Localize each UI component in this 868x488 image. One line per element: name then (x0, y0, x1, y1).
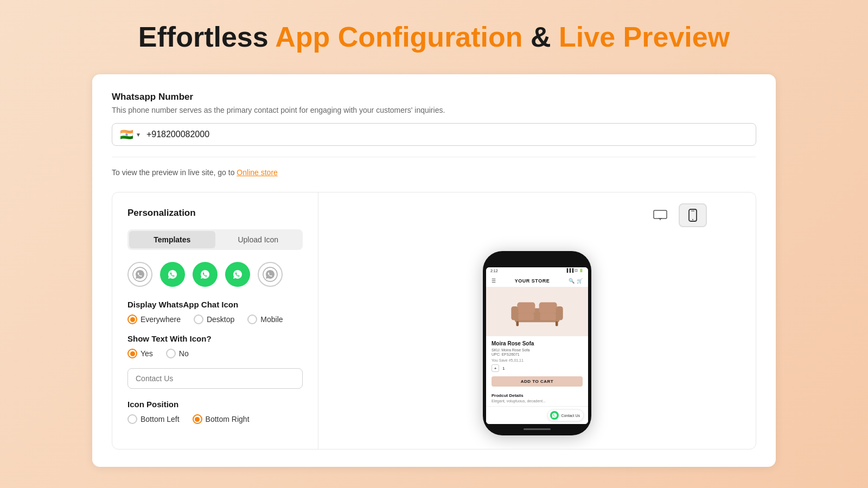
product-upc: UPC: EFS26071 (492, 352, 583, 356)
icon-options-row (127, 262, 303, 287)
phone-input-row: 🇮🇳 ▼ (112, 123, 756, 146)
personalization-panel: Personalization Templates Upload Icon (112, 192, 318, 449)
phone-mockup: 2:12 ▐▐▐ ⊡ 🔋 ☰ YOUR STORE 🔍 🛒 (483, 251, 591, 435)
qty-minus[interactable]: + (492, 364, 499, 372)
tab-upload[interactable]: Upload Icon (215, 231, 302, 248)
contact-us-input[interactable] (127, 368, 303, 389)
show-text-label: Show Text With Icon? (127, 334, 303, 343)
svg-point-9 (692, 219, 693, 220)
product-sku: SKU: Moira Rose Sofa (492, 348, 583, 352)
main-container: Whatsapp Number This phone number serves… (92, 74, 776, 467)
wa-chip-icon (550, 411, 559, 420)
flag-emoji: 🇮🇳 (120, 128, 133, 141)
phone-input[interactable] (146, 130, 748, 139)
product-image-area (486, 287, 588, 336)
radio-bottom-right-circle (193, 414, 202, 424)
svg-rect-17 (556, 306, 563, 320)
preview-note: To view the preview in live site, go to … (112, 157, 756, 177)
preview-panel: 2:12 ▐▐▐ ⊡ 🔋 ☰ YOUR STORE 🔍 🛒 (318, 192, 756, 449)
tab-templates[interactable]: Templates (129, 231, 215, 248)
svg-rect-13 (539, 303, 557, 313)
wa-icon-green-selected[interactable] (160, 262, 185, 287)
radio-desktop-circle (194, 314, 203, 324)
show-text-radio-row: Yes No (127, 349, 303, 358)
whatsapp-desc: This phone number serves as the primary … (112, 106, 756, 114)
phone-screen: 2:12 ▐▐▐ ⊡ 🔋 ☰ YOUR STORE 🔍 🛒 (486, 267, 588, 424)
radio-everywhere-circle (127, 314, 137, 324)
radio-mobile[interactable]: Mobile (247, 314, 283, 324)
svg-rect-12 (517, 303, 535, 313)
product-price: You Save #5,01,11 (492, 358, 583, 362)
radio-yes[interactable]: Yes (127, 349, 153, 358)
wa-icon-outline2[interactable] (258, 262, 283, 287)
radio-bottom-left-circle (127, 414, 137, 424)
wa-icon-outline[interactable] (127, 262, 152, 287)
sofa-svg (507, 293, 567, 331)
display-radio-row: Everywhere Desktop Mobile (127, 314, 303, 324)
wa-icon-variant3[interactable] (193, 262, 218, 287)
add-to-cart-btn[interactable]: ADD TO CART (492, 376, 583, 387)
position-radio-row: Bottom Left Bottom Right (127, 414, 303, 424)
phone-time: 2:12 (490, 269, 498, 273)
device-tabs (646, 203, 707, 227)
qty-row: + 1 (492, 364, 583, 372)
product-info: Moira Rose Sofa SKU: Moira Rose Sofa UPC… (486, 336, 588, 393)
store-header: ☰ YOUR STORE 🔍 🛒 (486, 275, 588, 287)
whatsapp-section: Whatsapp Number This phone number serves… (112, 92, 756, 177)
radio-desktop[interactable]: Desktop (194, 314, 234, 324)
whatsapp-title: Whatsapp Number (112, 92, 756, 102)
radio-bottom-left[interactable]: Bottom Left (127, 414, 180, 424)
phone-signal: ▐▐▐ ⊡ 🔋 (565, 268, 584, 273)
mobile-tab[interactable] (679, 203, 707, 227)
wa-float-bar: Contact Us (486, 406, 588, 424)
product-details-text: Elegant, voluptuous, decadent... (492, 399, 583, 403)
store-name: YOUR STORE (515, 278, 550, 284)
position-label: Icon Position (127, 400, 303, 409)
display-label: Display WhatsApp Chat Icon (127, 300, 303, 309)
svg-rect-19 (556, 322, 558, 326)
personalization-title: Personalization (127, 208, 303, 219)
product-details-section: Prodcut Details Elegant, voluptuous, dec… (486, 393, 588, 406)
radio-bottom-right[interactable]: Bottom Right (193, 414, 250, 424)
svg-rect-14 (518, 313, 534, 320)
product-details-title: Prodcut Details (492, 393, 583, 398)
svg-rect-18 (516, 322, 519, 326)
online-store-link[interactable]: Online store (237, 168, 277, 177)
radio-no-circle (166, 349, 176, 358)
qty-value: 1 (502, 366, 505, 371)
flag-select[interactable]: 🇮🇳 ▼ (120, 128, 141, 141)
svg-rect-16 (511, 306, 518, 320)
svg-rect-5 (654, 210, 667, 219)
svg-rect-15 (540, 313, 556, 320)
chevron-down-icon: ▼ (136, 132, 141, 138)
product-name: Moira Rose Sofa (492, 341, 583, 346)
radio-everywhere[interactable]: Everywhere (127, 314, 181, 324)
phone-status-bar: 2:12 ▐▐▐ ⊡ 🔋 (486, 267, 588, 275)
radio-mobile-circle (247, 314, 257, 324)
desktop-tab[interactable] (646, 203, 674, 227)
bottom-row: Personalization Templates Upload Icon (112, 192, 756, 450)
contact-chip-text: Contact Us (561, 414, 580, 418)
template-tab-row: Templates Upload Icon (127, 229, 303, 250)
radio-no[interactable]: No (166, 349, 189, 358)
wa-icon-variant4[interactable] (225, 262, 250, 287)
radio-yes-circle (127, 349, 137, 358)
phone-home-bar (524, 428, 551, 430)
page-title: Effortless App Configuration & Live Prev… (138, 22, 730, 53)
store-icons: 🔍 🛒 (569, 278, 583, 284)
wa-contact-chip[interactable]: Contact Us (547, 409, 584, 421)
